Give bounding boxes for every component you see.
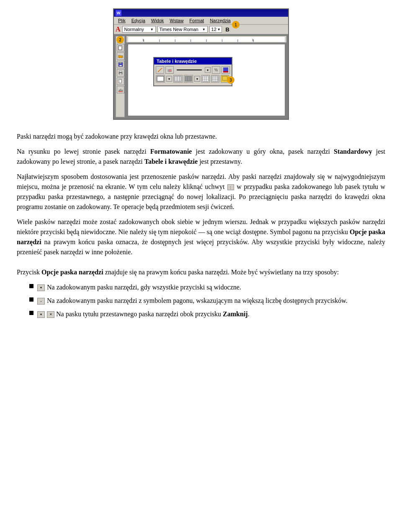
menu-wstaw[interactable]: Wstaw [167,18,186,23]
pencil-btn[interactable] [156,66,164,74]
bullet-item-1: ▼ Na zadokowanym pasku narzędzi, gdy wsz… [29,282,385,292]
border-dropdown[interactable]: ▼ [166,76,172,82]
floating-toolbar-title: Tabele i krawędzie [154,58,232,65]
svg-rect-4 [119,62,121,64]
close-icon-3b: ✕ [47,311,54,318]
paragraph-2: Na rysunku po lewej stronie pasek narzęd… [17,147,385,167]
bullet-marker-3 [29,311,34,315]
font-icon: A [116,26,121,33]
bullet-marker-2 [29,297,34,302]
svg-text:1: 1 [252,38,254,42]
svg-rect-3 [119,65,122,66]
line-style-selector [177,70,202,70]
svg-rect-36 [203,76,209,81]
new-doc-btn[interactable] [117,44,124,52]
svg-rect-9 [119,80,121,83]
bullet-list: ▼ Na zadokowanym pasku narzędzi, gdy wsz… [29,282,385,319]
formatting-toolbar: A Normalny ▼ Times New Roman ▼ 12 ▼ B [114,25,288,34]
split-cells-btn[interactable] [211,75,219,83]
svg-rect-0 [119,46,122,50]
bullet-marker-1 [29,284,34,288]
text-content: Paski narzędzi mogą być zadokowane przy … [17,132,385,319]
paragraph-1: Paski narzędzi mogą być zadokowane przy … [17,132,385,142]
svg-rect-26 [169,70,171,72]
shading-dropdown[interactable]: ▼ [194,76,200,82]
bullet-item-2: » Na zadokowanym pasku narzędzi z symbol… [29,296,385,306]
menu-widok[interactable]: Widok [149,18,167,23]
paragraph-3: Najłatwiejszym sposobem dostosowania jes… [17,172,385,212]
menu-edycja[interactable]: Edycja [129,18,148,23]
docked-icon-2: » [37,298,45,305]
svg-rect-27 [223,67,228,72]
shading-btn2[interactable] [184,75,193,83]
table-border-btn[interactable] [156,75,165,83]
shading-btn[interactable] [173,75,183,83]
screenshot-container: 1 2 3 W Plik Edycja Widok Wstaw Format N… [17,8,385,120]
horizontal-ruler: 1 1 [126,36,286,43]
app-icon: W [116,10,121,16]
spellcheck-btn[interactable]: abc [117,86,124,93]
svg-rect-7 [119,73,122,75]
fraction-btn[interactable]: ½ [212,66,220,74]
font-size-selector[interactable]: 12 ▼ [209,26,222,33]
handle-icon: ⋮ [227,184,234,190]
badge-3: 3 [227,76,234,84]
print-btn[interactable] [117,69,124,77]
badge-1: 1 [232,21,240,28]
float-row-2: ▼ [156,75,230,83]
open-btn[interactable] [117,52,124,60]
float-row-1: ▼ ½ [156,66,230,74]
svg-rect-30 [175,76,181,81]
word-window: W Plik Edycja Widok Wstaw Format Narzędz… [113,8,289,120]
svg-rect-33 [185,76,192,81]
paragraph-5: Przycisk Opcje paska narzędzi znajduje s… [17,267,385,277]
svg-text:1: 1 [142,38,144,42]
page-container: 1 2 3 W Plik Edycja Widok Wstaw Format N… [17,8,385,319]
svg-rect-29 [157,76,164,81]
svg-rect-28 [223,71,228,72]
style-selector[interactable]: Normalny ▼ [122,26,156,33]
eraser-btn[interactable] [165,66,174,74]
docked-icon-1: ▼ [37,284,45,291]
font-name-selector[interactable]: Times New Roman ▼ [157,26,208,33]
color-btn[interactable] [222,66,230,74]
float-icon-3a: ▼ [37,311,45,318]
page-body: Tabele i krawędzie [128,44,285,116]
preview-btn[interactable] [117,77,124,85]
bullet-item-3: ▼ ✕ Na pasku tytułu przestawnego paska n… [29,309,385,319]
menu-bar: Plik Edycja Widok Wstaw Format Narzędzia [114,17,288,25]
doc-main: 1 1 Tabele i krawędzie [126,36,286,117]
menu-narzedzia[interactable]: Narzędzia [207,18,233,23]
save-btn[interactable] [117,61,124,68]
document-area: L [114,34,288,119]
menu-format[interactable]: Format [187,18,206,23]
svg-line-23 [158,69,161,72]
title-bar: W [114,9,288,17]
badge-2: 2 [116,36,124,44]
svg-rect-6 [119,71,122,72]
menu-plik[interactable]: Plik [116,18,128,23]
left-toolbar: L [116,36,125,117]
merge-cells-btn[interactable] [201,75,210,83]
paragraph-4: Wiele pasków narzędzi może zostać zadoko… [17,217,385,257]
floating-toolbar: Tabele i krawędzie [153,57,232,86]
line-dropdown[interactable]: ▼ [205,67,211,73]
bold-button[interactable]: B [224,26,232,33]
